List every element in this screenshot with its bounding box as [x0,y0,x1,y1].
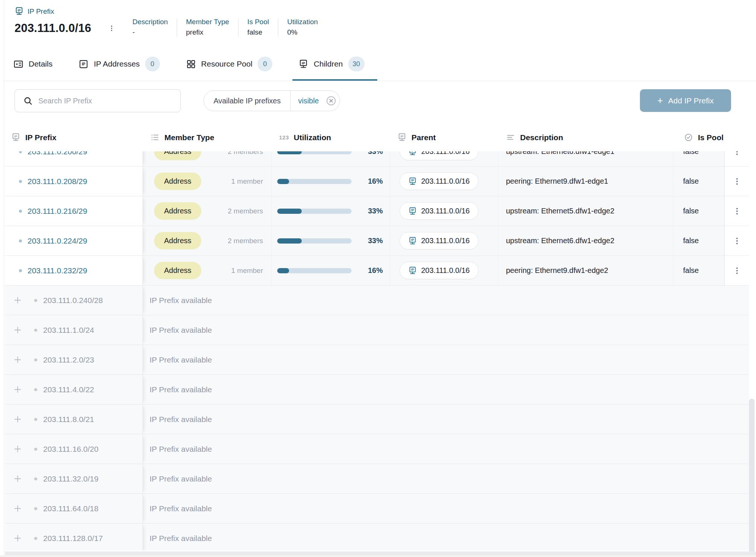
kebab-icon [733,177,741,186]
prefix-link[interactable]: 203.111.0.232/29 [28,266,87,275]
plus-icon [13,296,22,305]
summary-field-is-pool: Is Pool false [247,18,269,36]
is-pool-cell: false [673,151,724,166]
member-type-badge: Address [154,173,201,190]
available-prefix-label: 203.111.128.0/17 [43,534,103,543]
available-status-cell: IP Prefix available [143,494,749,523]
breadcrumb[interactable]: IP Prefix [15,7,54,16]
search-input[interactable] [38,97,174,105]
summary-field-member-type: Member Type prefix [186,18,229,36]
tab-ip-addresses[interactable]: IP Addresses 0 [79,47,160,81]
tab-details[interactable]: Details [13,47,52,81]
utilization-bar-fill [277,238,302,244]
expand-row-button[interactable] [13,385,22,394]
parent-link[interactable]: 203.111.0.0/16 [400,202,478,220]
column-header-ip-prefix[interactable]: IP Prefix [5,123,143,151]
divider [278,19,278,36]
expand-row-button[interactable] [13,415,22,424]
tab-bar: Details IP Addresses 0 Resource Pool 0 C… [13,47,365,81]
divider [238,19,238,36]
remove-filter-button[interactable] [323,92,340,109]
check-circle-icon [684,133,693,142]
parent-link[interactable]: 203.111.0.0/16 [400,173,478,190]
bullet-dot [34,477,37,480]
content-left-border [4,0,4,557]
utilization-bar-fill [277,268,289,273]
prefix-link[interactable]: 203.111.0.224/29 [28,236,87,245]
row-actions-button[interactable] [730,204,744,219]
column-header-parent[interactable]: Parent [390,123,499,151]
column-header-member-type[interactable]: Member Type [143,123,272,151]
title-actions-button[interactable] [105,21,118,36]
expand-row-button[interactable] [13,444,22,454]
utilization-bar [277,238,352,244]
row-actions-button[interactable] [730,174,744,189]
column-header-utilization[interactable]: 123 Utilization [272,123,390,151]
available-prefix-label: 203.111.16.0/20 [43,445,99,454]
field-label: Utilization [287,18,318,26]
expand-row-button[interactable] [13,355,22,364]
actions-cell [724,226,749,255]
table-row: 203.111.4.0/22IP Prefix available [5,374,749,404]
column-label: Is Pool [698,133,724,142]
expand-row-button[interactable] [13,504,22,513]
bullet-dot [34,329,37,332]
column-label: Parent [411,133,436,142]
table-row: 203.111.0.216/29Address2 members33%203.1… [5,196,749,226]
tab-children[interactable]: Children 30 [298,47,364,81]
table-row: 203.111.0.208/29Address1 member16%203.11… [5,166,749,196]
available-prefix-label: 203.111.64.0/18 [43,504,99,513]
expand-row-button[interactable] [13,325,22,335]
prefix-link[interactable]: 203.111.0.208/29 [28,177,87,186]
tab-count-badge: 0 [145,57,160,71]
ip-network-icon [408,236,417,245]
expand-row-button[interactable] [13,474,22,483]
parent-prefix-label: 203.111.0.0/16 [421,177,470,186]
member-type-cell: Address1 member [143,256,272,285]
summary-field-description: Description - [132,18,168,36]
member-type-cell: Address2 members [143,226,272,255]
prefix-link[interactable]: 203.111.0.200/29 [28,151,87,156]
vertical-scrollbar-thumb[interactable] [749,399,755,553]
horizontal-scrollbar[interactable] [5,551,756,555]
parent-link[interactable]: 203.111.0.0/16 [400,151,478,160]
column-header-description[interactable]: Description [499,123,673,151]
ip-network-icon [298,59,308,69]
bullet-dot [19,239,22,242]
ip-prefix-cell: 203.111.32.0/19 [5,464,143,493]
add-ip-prefix-button[interactable]: + Add IP Prefix [640,89,731,112]
row-actions-button[interactable] [730,263,744,278]
field-value: 0% [287,28,318,36]
table-row: 203.111.8.0/21IP Prefix available [5,404,749,434]
divider [177,19,177,36]
parent-link[interactable]: 203.111.0.0/16 [400,232,478,249]
bullet-dot [34,448,37,451]
utilization-bar [277,179,352,184]
prefix-link[interactable]: 203.111.0.216/29 [28,207,87,216]
tab-resource-pool[interactable]: Resource Pool 0 [186,47,273,81]
table-row: 203.111.2.0/23IP Prefix available [5,345,749,374]
row-actions-button[interactable] [730,234,744,248]
ip-network-icon [11,133,20,142]
field-value: false [247,28,269,36]
available-prefix-label: 203.111.8.0/21 [43,415,94,424]
ip-square-icon [79,59,89,69]
ip-prefix-cell: 203.111.0.232/29 [5,256,143,285]
description-cell: upstream: Ethernet6.dfw1-edge1 [499,151,673,166]
tab-count-badge: 0 [257,57,272,71]
parent-link[interactable]: 203.111.0.0/16 [400,262,478,279]
utilization-cell: 33% [272,196,390,226]
description-cell: peering: Ethernet9.dfw1-edge1 [499,167,673,196]
grid-icon [186,59,196,69]
row-actions-button[interactable] [730,151,744,159]
expand-row-button[interactable] [13,534,22,543]
column-header-is-pool[interactable]: Is Pool [673,123,724,151]
utilization-percent: 16% [368,266,383,275]
ip-prefix-cell: 203.111.0.240/28 [5,286,143,315]
expand-row-button[interactable] [13,296,22,305]
column-header-actions [724,123,749,151]
ip-prefix-cell: 203.111.1.0/24 [5,315,143,345]
plus-icon [13,325,22,335]
utilization-cell: 33% [272,151,390,166]
parent-prefix-label: 203.111.0.0/16 [421,236,470,245]
